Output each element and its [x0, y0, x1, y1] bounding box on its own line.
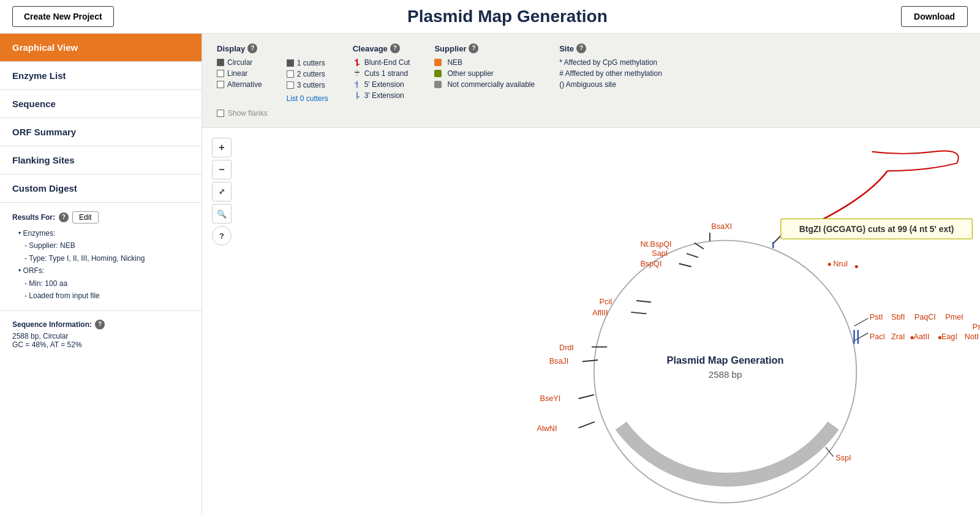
- sidebar-item-graphical-view[interactable]: Graphical View: [0, 34, 202, 62]
- svg-text:PspXI: PspXI: [972, 323, 980, 331]
- map-area: + − ⤢ 🔍 ? Plasmid Map Generation 2588 bp: [202, 128, 980, 515]
- map-help-button[interactable]: ?: [212, 226, 232, 246]
- zoom-in-button[interactable]: +: [212, 138, 232, 157]
- svg-line-36: [854, 318, 869, 326]
- svg-line-28: [579, 422, 595, 428]
- svg-line-18: [636, 301, 651, 302]
- site-help-icon[interactable]: ?: [576, 43, 586, 53]
- alternative-checkbox[interactable]: [217, 81, 224, 88]
- neb-dot: [434, 59, 442, 66]
- alternative-label: Alternative: [227, 80, 262, 89]
- circular-checkbox[interactable]: [217, 59, 224, 66]
- seq-bp: 2588 bp, Circular: [12, 332, 189, 340]
- svg-text:NotI: NotI: [965, 332, 979, 341]
- main-layout: Graphical View Enzyme List Sequence ORF …: [0, 34, 980, 515]
- svg-text:BspQI: BspQI: [640, 260, 662, 269]
- 1cutter-label: 1 cutters: [297, 59, 325, 67]
- svg-text:Nt.BspQI: Nt.BspQI: [640, 240, 671, 249]
- svg-point-34: [855, 265, 858, 268]
- 3prime-label: 3' Extension: [364, 91, 404, 100]
- svg-text:PciI: PciI: [600, 298, 612, 306]
- supplier-help-icon[interactable]: ?: [469, 43, 478, 53]
- sidebar-item-custom-digest[interactable]: Custom Digest: [0, 175, 202, 203]
- svg-point-32: [828, 263, 831, 266]
- plasmid-map: Plasmid Map Generation 2588 bp BsaXI Nt.…: [239, 128, 980, 515]
- cutters-group: 1 cutters 2 cutters 3 cutters List 0 cut…: [287, 43, 328, 103]
- svg-text:PstI: PstI: [870, 313, 883, 321]
- 5prime-ext-icon: [353, 80, 361, 89]
- ambiguous-site-label: () Ambiguous site: [559, 80, 616, 89]
- svg-text:PacI: PacI: [870, 332, 885, 341]
- svg-text:AflIII: AflIII: [592, 309, 608, 317]
- other-supplier-dot: [434, 70, 442, 77]
- linear-label: Linear: [227, 69, 247, 78]
- svg-text:SbfI: SbfI: [891, 313, 905, 321]
- svg-text:Plasmid Map Generation: Plasmid Map Generation: [667, 355, 784, 366]
- site-title: Site: [559, 44, 574, 53]
- create-project-button[interactable]: Create New Project: [12, 6, 114, 27]
- results-help-icon[interactable]: ?: [59, 212, 69, 222]
- 5prime-label: 5' Extension: [364, 80, 404, 89]
- svg-line-24: [582, 360, 598, 362]
- expand-button[interactable]: ⤢: [212, 182, 232, 201]
- sidebar-item-sequence[interactable]: Sequence: [0, 90, 202, 118]
- zoom-out-button[interactable]: −: [212, 160, 232, 179]
- svg-text:ZraI: ZraI: [891, 332, 905, 341]
- other-supplier-label: Other supplier: [447, 69, 493, 78]
- svg-line-43: [854, 333, 869, 341]
- site-group: Site ? * Affected by CpG methylation # A…: [559, 43, 662, 89]
- svg-text:2588 bp: 2588 bp: [709, 369, 742, 380]
- map-controls: + − ⤢ 🔍 ?: [212, 138, 232, 246]
- content-area: Display ? Circular Linear Alternative: [202, 34, 980, 515]
- search-button[interactable]: 🔍: [212, 204, 232, 223]
- svg-line-20: [631, 312, 646, 314]
- circular-label: Circular: [227, 58, 252, 67]
- cuts-1-strand-icon: [353, 69, 361, 78]
- cleavage-help-icon[interactable]: ?: [390, 43, 400, 53]
- cuts-1-strand-label: Cuts 1 strand: [364, 69, 408, 78]
- results-panel: Results For: ? Edit • Enzymes: - Supplie…: [0, 203, 202, 311]
- neb-label: NEB: [447, 58, 462, 67]
- display-title: Display: [217, 44, 245, 53]
- other-methylation-label: # Afffected by other methylation: [559, 69, 662, 78]
- 3cutter-checkbox[interactable]: [287, 81, 294, 89]
- list-0-cutters-link[interactable]: List 0 cutters: [287, 94, 328, 103]
- seq-gc: GC = 48%, AT = 52%: [12, 340, 189, 349]
- results-for-label: Results For:: [12, 213, 55, 222]
- sidebar: Graphical View Enzyme List Sequence ORF …: [0, 34, 202, 515]
- svg-text:BsaJI: BsaJI: [549, 357, 569, 366]
- display-group: Display ? Circular Linear Alternative: [217, 43, 262, 89]
- svg-text:PmeI: PmeI: [945, 313, 963, 321]
- options-panel: Display ? Circular Linear Alternative: [202, 34, 980, 128]
- seq-info-label: Sequence Information:: [12, 320, 92, 329]
- edit-button[interactable]: Edit: [72, 211, 99, 223]
- seq-info-help-icon[interactable]: ?: [95, 320, 105, 329]
- supplier-title: Supplier: [434, 44, 466, 53]
- svg-text:SapI: SapI: [652, 249, 668, 258]
- linear-checkbox[interactable]: [217, 70, 224, 77]
- sidebar-item-orf-summary[interactable]: ORF Summary: [0, 118, 202, 146]
- page-title: Plasmid Map Generation: [114, 7, 902, 26]
- show-flanks-row: Show flanks: [217, 109, 965, 118]
- svg-text:EagI: EagI: [941, 332, 957, 341]
- supplier-group: Supplier ? NEB Other supplier Not commer…: [434, 43, 535, 89]
- show-flanks-label: Show flanks: [228, 109, 268, 118]
- 1cutter-checkbox[interactable]: [287, 59, 294, 67]
- sidebar-item-flanking-sites[interactable]: Flanking Sites: [0, 146, 202, 175]
- sidebar-item-enzyme-list[interactable]: Enzyme List: [0, 62, 202, 90]
- show-flanks-checkbox[interactable]: [217, 110, 224, 117]
- svg-text:BsaXI: BsaXI: [711, 222, 732, 231]
- display-help-icon[interactable]: ?: [247, 43, 257, 53]
- svg-text:AatII: AatII: [914, 332, 930, 341]
- header: Create New Project Plasmid Map Generatio…: [0, 0, 980, 34]
- 2cutter-checkbox[interactable]: [287, 70, 294, 78]
- svg-line-16: [679, 263, 691, 266]
- svg-text:DrdI: DrdI: [559, 343, 574, 352]
- download-button[interactable]: Download: [901, 6, 968, 27]
- not-commercial-dot: [434, 81, 442, 88]
- svg-text:SspI: SspI: [835, 454, 851, 462]
- svg-text:BtgZI (GCGATG) cuts at 99 (4 n: BtgZI (GCGATG) cuts at 99 (4 nt 5' ext): [799, 224, 954, 234]
- cpg-methylation-label: * Affected by CpG methylation: [559, 58, 657, 67]
- not-commercial-label: Not commercially available: [447, 80, 535, 89]
- blunt-end-icon: [353, 58, 361, 67]
